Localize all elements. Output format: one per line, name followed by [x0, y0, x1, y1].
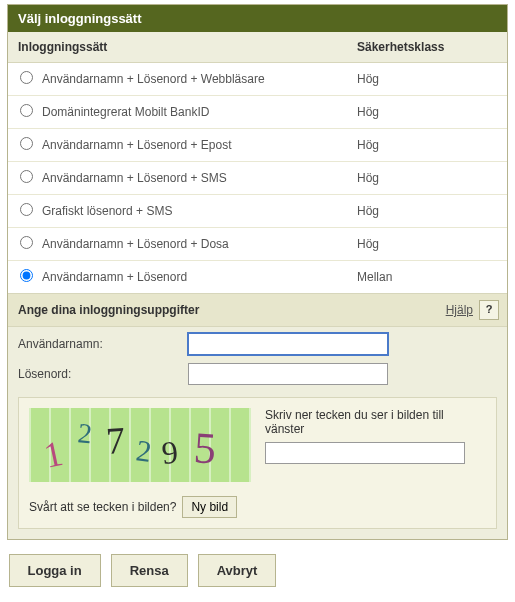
password-row: Lösenord:: [8, 357, 507, 387]
login-method-radio-cell: [8, 129, 38, 161]
login-method-radio-cell: [8, 228, 38, 260]
login-method-row[interactable]: Domänintegrerat Mobilt BankIDHög: [8, 96, 507, 129]
username-input[interactable]: [188, 333, 388, 355]
svg-text:2: 2: [134, 433, 153, 468]
login-method-label: Användarnamn + Lösenord: [38, 262, 357, 292]
credentials-title: Ange dina inloggningsuppgifter: [18, 303, 446, 317]
options-list: Användarnamn + Lösenord + WebbläsareHögD…: [8, 63, 507, 293]
panel-title: Välj inloggningssätt: [8, 5, 507, 32]
login-button[interactable]: Logga in: [9, 554, 101, 587]
login-method-radio-cell: [8, 195, 38, 227]
captcha-input[interactable]: [265, 442, 465, 464]
svg-text:2: 2: [76, 417, 93, 449]
credentials-box: Ange dina inloggningsuppgifter Hjälp ? A…: [8, 293, 507, 539]
password-input[interactable]: [188, 363, 388, 385]
header-security: Säkerhetsklass: [357, 32, 507, 62]
help-link[interactable]: Hjälp: [446, 303, 473, 317]
login-method-security: Hög: [357, 130, 507, 160]
login-panel: Välj inloggningssätt Inloggningssätt Säk…: [7, 4, 508, 540]
login-method-label: Användarnamn + Lösenord + SMS: [38, 163, 357, 193]
login-method-security: Mellan: [357, 262, 507, 292]
svg-text:5: 5: [192, 423, 217, 473]
login-method-label: Domänintegrerat Mobilt BankID: [38, 97, 357, 127]
login-method-row[interactable]: Användarnamn + Lösenord + DosaHög: [8, 228, 507, 261]
svg-text:1: 1: [40, 433, 66, 476]
credentials-header: Ange dina inloggningsuppgifter Hjälp ?: [8, 294, 507, 327]
login-method-security: Hög: [357, 229, 507, 259]
login-method-label: Användarnamn + Lösenord + Webbläsare: [38, 64, 357, 94]
login-method-radio[interactable]: [20, 170, 33, 183]
svg-text:9: 9: [160, 433, 180, 470]
login-method-radio-cell: [8, 96, 38, 128]
captcha-image: 1 2 7 2 9 5: [29, 408, 251, 482]
login-method-radio[interactable]: [20, 236, 33, 249]
login-method-label: Grafiskt lösenord + SMS: [38, 196, 357, 226]
captcha-box: 1 2 7 2 9 5 Skriv ner tecken du ser i bi…: [18, 397, 497, 529]
login-method-row[interactable]: Användarnamn + Lösenord + EpostHög: [8, 129, 507, 162]
login-method-security: Hög: [357, 196, 507, 226]
login-method-security: Hög: [357, 64, 507, 94]
login-method-security: Hög: [357, 97, 507, 127]
login-method-security: Hög: [357, 163, 507, 193]
login-method-radio[interactable]: [20, 104, 33, 117]
cancel-button[interactable]: Avbryt: [198, 554, 277, 587]
help-button[interactable]: ?: [479, 300, 499, 320]
login-method-radio-cell: [8, 162, 38, 194]
login-method-radio-cell: [8, 261, 38, 293]
captcha-top: 1 2 7 2 9 5 Skriv ner tecken du ser i bi…: [29, 408, 486, 482]
password-label: Lösenord:: [18, 367, 188, 381]
header-method: Inloggningssätt: [8, 32, 357, 62]
login-method-radio[interactable]: [20, 269, 33, 282]
new-captcha-button[interactable]: Ny bild: [182, 496, 237, 518]
captcha-trouble-label: Svårt att se tecken i bilden?: [29, 500, 176, 514]
login-method-radio[interactable]: [20, 203, 33, 216]
login-method-radio[interactable]: [20, 137, 33, 150]
login-method-row[interactable]: Användarnamn + LösenordMellan: [8, 261, 507, 293]
username-label: Användarnamn:: [18, 337, 188, 351]
captcha-bottom: Svårt att se tecken i bilden? Ny bild: [29, 496, 486, 518]
action-buttons: Logga in Rensa Avbryt: [8, 554, 508, 587]
login-method-row[interactable]: Användarnamn + Lösenord + WebbläsareHög: [8, 63, 507, 96]
login-method-row[interactable]: Användarnamn + Lösenord + SMSHög: [8, 162, 507, 195]
svg-text:7: 7: [105, 419, 127, 462]
captcha-right: Skriv ner tecken du ser i bilden till vä…: [251, 408, 486, 464]
login-method-label: Användarnamn + Lösenord + Dosa: [38, 229, 357, 259]
reset-button[interactable]: Rensa: [111, 554, 188, 587]
login-method-radio-cell: [8, 63, 38, 95]
login-method-row[interactable]: Grafiskt lösenord + SMSHög: [8, 195, 507, 228]
username-row: Användarnamn:: [8, 327, 507, 357]
captcha-instruction: Skriv ner tecken du ser i bilden till vä…: [265, 408, 486, 436]
login-method-label: Användarnamn + Lösenord + Epost: [38, 130, 357, 160]
login-method-radio[interactable]: [20, 71, 33, 84]
options-header: Inloggningssätt Säkerhetsklass: [8, 32, 507, 63]
